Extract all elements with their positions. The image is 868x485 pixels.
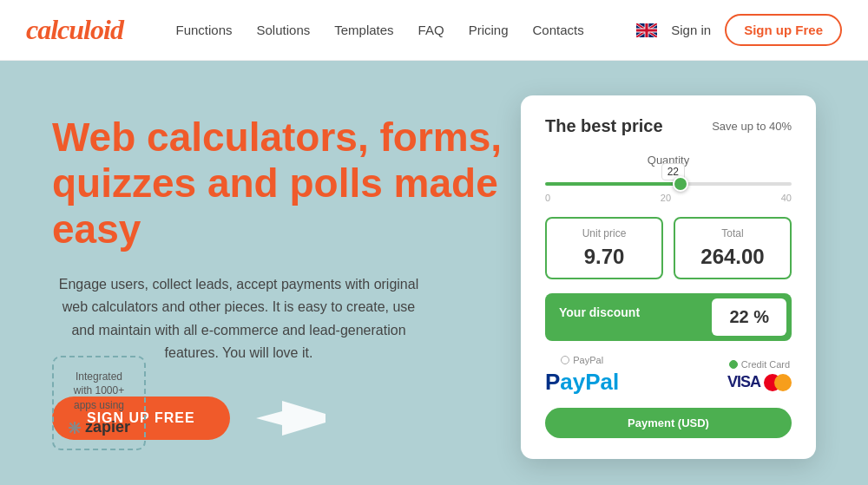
discount-label: Your discount	[545, 293, 707, 341]
slider-max: 40	[781, 193, 792, 203]
unit-price-label: Unit price	[556, 227, 653, 239]
hero-subtitle: Engage users, collect leads, accept paym…	[52, 273, 425, 365]
total-box: Total 264.00	[674, 217, 792, 279]
zapier-icon	[68, 421, 82, 435]
credit-label: Credit Card	[741, 359, 790, 370]
zapier-logo: zapier	[68, 418, 130, 436]
zapier-label: zapier	[85, 418, 130, 436]
slider-labels: 0 20 40	[545, 193, 792, 203]
unit-price-box: Unit price 9.70	[545, 217, 663, 279]
zapier-text: Integrated with 1000+ apps using	[68, 370, 130, 413]
slider-min: 0	[545, 193, 550, 203]
visa-logo: VISA	[727, 373, 792, 391]
header-right: Sign in Sign up Free	[636, 14, 842, 46]
slider-mid: 20	[661, 193, 671, 203]
paypal-radio-row: PayPal	[561, 355, 603, 365]
payment-section: PayPal PayPal Credit Card VISA	[545, 355, 792, 396]
svg-marker-1	[256, 401, 326, 436]
save-badge: Save up to 40%	[712, 120, 792, 133]
total-label: Total	[684, 227, 781, 239]
hero-section: Web calculators, forms, quizzes and poll…	[0, 61, 868, 485]
mc-orange-circle	[774, 374, 792, 391]
nav-pricing[interactable]: Pricing	[469, 23, 509, 37]
paypal-option[interactable]: PayPal PayPal	[545, 355, 619, 396]
hero-title: Web calculators, forms, quizzes and poll…	[52, 115, 503, 252]
nav-solutions[interactable]: Solutions	[257, 23, 311, 37]
mastercard-logo	[764, 374, 792, 391]
nav-contacts[interactable]: Contacts	[532, 23, 583, 37]
header: calculoid Functions Solutions Templates …	[0, 0, 868, 61]
credit-radio	[729, 360, 738, 369]
slider-thumb[interactable]	[673, 176, 688, 192]
payment-button[interactable]: Payment (USD)	[545, 408, 792, 438]
credit-card-option[interactable]: Credit Card VISA	[727, 359, 792, 391]
main-nav: Functions Solutions Templates FAQ Pricin…	[175, 23, 583, 37]
discount-row: Your discount 22 %	[545, 293, 792, 341]
hero-left: Web calculators, forms, quizzes and poll…	[52, 115, 503, 439]
unit-price-value: 9.70	[556, 245, 653, 269]
price-row: Unit price 9.70 Total 264.00	[545, 217, 792, 279]
calc-title: The best price	[545, 116, 663, 136]
logo[interactable]: calculoid	[26, 14, 123, 46]
nav-functions[interactable]: Functions	[175, 23, 232, 37]
calculator-card: The best price Save up to 40% Quantity 2…	[521, 95, 816, 459]
uk-flag-icon	[636, 23, 657, 37]
total-value: 264.00	[684, 245, 781, 269]
credit-radio-row: Credit Card	[729, 359, 790, 370]
signup-button[interactable]: Sign up Free	[725, 14, 842, 46]
slider-container[interactable]: 22	[545, 182, 792, 186]
slider-track[interactable]	[545, 182, 792, 186]
calc-header: The best price Save up to 40%	[545, 116, 792, 136]
paypal-logo: PayPal	[545, 369, 619, 396]
visa-text: VISA	[727, 373, 760, 391]
arrow-icon	[256, 401, 326, 436]
signin-link[interactable]: Sign in	[671, 23, 711, 37]
discount-value: 22 %	[712, 298, 786, 336]
paypal-radio	[561, 356, 569, 364]
nav-faq[interactable]: FAQ	[418, 23, 444, 37]
zapier-badge: Integrated with 1000+ apps using zapier	[52, 356, 146, 450]
nav-templates[interactable]: Templates	[334, 23, 393, 37]
paypal-label: PayPal	[573, 355, 603, 365]
